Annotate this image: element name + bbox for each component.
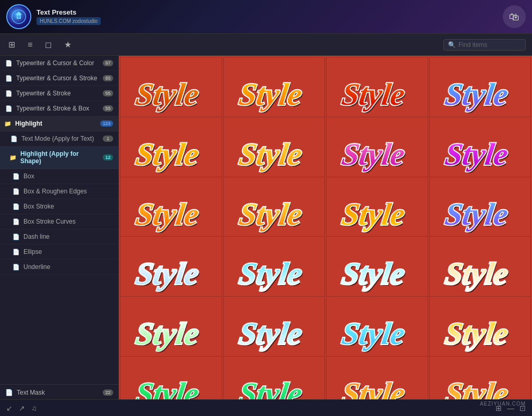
badge: 22 — [103, 389, 113, 396]
footer-icon-music[interactable]: ♫ — [31, 404, 37, 412]
sidebar-label: Typewriter & Cursor & Stroke — [16, 75, 97, 82]
sidebar-label: Box Stroke — [23, 203, 54, 210]
sidebar-label: Typewriter & Stroke & Box — [16, 105, 89, 112]
svg-text:Style: Style — [237, 77, 304, 112]
cart-button[interactable]: 🛍 — [503, 5, 526, 28]
sidebar: 📄 Typewriter & Cursor & Color 97 📄 Typew… — [0, 56, 119, 416]
svg-text:Style: Style — [134, 137, 201, 172]
svg-text:Style: Style — [443, 197, 510, 231]
svg-text:Style: Style — [134, 256, 201, 291]
svg-text:Style: Style — [134, 197, 201, 231]
sidebar-label: Box — [23, 173, 34, 180]
sidebar-label: Box & Roughen Edges — [23, 188, 87, 195]
svg-text:Style: Style — [443, 256, 510, 291]
sidebar-item-box-roughen[interactable]: 📄 Box & Roughen Edges — [0, 184, 118, 199]
sidebar-item-ellipse[interactable]: 📄 Ellipse — [0, 244, 118, 260]
sidebar-label: Box Stroke Curves — [23, 218, 76, 225]
sidebar-item-box-stroke[interactable]: 📄 Box Stroke — [0, 199, 118, 214]
sidebar-item-underline[interactable]: 📄 Underline — [0, 260, 118, 275]
list-icon[interactable]: ≡ — [26, 38, 34, 52]
sidebar-item-highlight-shape[interactable]: 📁 Highlight (Apply for Shape) 12 — [0, 146, 118, 169]
search-input[interactable] — [458, 41, 521, 48]
main-layout: 📄 Typewriter & Cursor & Color 97 📄 Typew… — [0, 56, 532, 416]
svg-text:Style: Style — [340, 137, 407, 172]
sidebar-label: Highlight (Apply for Shape) — [20, 150, 99, 165]
footer-icon-forward[interactable]: ↗ — [19, 404, 25, 412]
search-box: 🔍 — [443, 39, 526, 51]
doc-icon: 📄 — [5, 389, 13, 396]
sidebar-item-typewriter-stroke[interactable]: 📄 Typewriter & Stroke 55 — [0, 86, 118, 101]
svg-point-1 — [17, 15, 20, 18]
svg-text:Style: Style — [134, 77, 201, 112]
style-grid: StyleStyleStyleStyleStyleStyleStyleStyle… — [119, 56, 532, 416]
sidebar-label: Highlight — [15, 120, 42, 127]
folder-icon: 📁 — [9, 154, 17, 161]
badge: 1 — [103, 136, 113, 142]
toolbar: ⊞ ≡ ◻ ★ 🔍 — [0, 34, 532, 56]
svg-text:Style: Style — [443, 137, 510, 172]
badge: 97 — [103, 60, 113, 66]
doc-icon: 📄 — [13, 188, 20, 195]
doc-icon: 📄 — [5, 90, 13, 97]
sidebar-item-box[interactable]: 📄 Box — [0, 169, 118, 184]
doc-icon: 📄 — [13, 218, 20, 225]
sidebar-label: Text Mask — [17, 389, 45, 396]
app-subtitle: HUNLS.COM zodostudio — [37, 17, 101, 25]
footer-bar: ↙ ↗ ♫ ⊞ — ⊡ — [0, 399, 532, 416]
sidebar-label: Dash line — [23, 233, 50, 240]
sidebar-label: Ellipse — [23, 248, 42, 255]
sidebar-label: Text Mode (Apply for Text) — [21, 135, 94, 142]
file-icon[interactable]: ◻ — [43, 38, 54, 52]
sidebar-label: Typewriter & Stroke — [16, 90, 71, 97]
search-icon: 🔍 — [448, 41, 456, 48]
sidebar-item-typewriter-stroke-box[interactable]: 📄 Typewriter & Stroke & Box 55 — [0, 101, 118, 116]
badge: 12 — [103, 154, 113, 161]
doc-icon: 📄 — [13, 234, 20, 240]
svg-text:Style: Style — [443, 316, 510, 351]
header-title-block: Text Presets HUNLS.COM zodostudio — [37, 8, 101, 25]
doc-icon: 📄 — [13, 203, 20, 210]
doc-icon: 📄 — [13, 264, 20, 271]
badge: 55 — [103, 90, 113, 96]
badge: 65 — [103, 75, 113, 81]
sidebar-item-text-mask[interactable]: 📄 Text Mask 22 — [0, 385, 118, 400]
sidebar-label: Underline — [23, 263, 50, 271]
svg-text:Style: Style — [237, 137, 304, 172]
sidebar-item-typewriter-cursor-color[interactable]: 📄 Typewriter & Cursor & Color 97 — [0, 56, 118, 71]
doc-icon: 📄 — [5, 60, 13, 67]
badge: 123 — [100, 120, 113, 127]
footer-icon-back[interactable]: ↙ — [6, 404, 13, 412]
watermark: AEZIYUAN.COM — [480, 401, 526, 407]
sidebar-item-typewriter-cursor-stroke[interactable]: 📄 Typewriter & Cursor & Stroke 65 — [0, 71, 118, 86]
sidebar-item-box-stroke-curves[interactable]: 📄 Box Stroke Curves — [0, 214, 118, 229]
svg-text:Style: Style — [340, 316, 407, 351]
app-logo — [6, 4, 31, 29]
sidebar-label: Typewriter & Cursor & Color — [16, 59, 94, 67]
doc-icon: 📄 — [5, 75, 13, 82]
svg-text:Style: Style — [134, 316, 201, 351]
doc-icon: 📄 — [10, 136, 18, 142]
folder-icon: 📁 — [4, 120, 11, 127]
svg-text:Style: Style — [340, 197, 407, 231]
sidebar-item-highlight[interactable]: 📁 Highlight 123 — [0, 116, 118, 131]
doc-icon: 📄 — [5, 105, 13, 112]
svg-text:Style: Style — [237, 256, 304, 291]
svg-text:Style: Style — [340, 77, 407, 112]
app-title: Text Presets — [37, 8, 101, 16]
svg-text:Style: Style — [237, 316, 304, 351]
doc-icon: 📄 — [13, 173, 20, 180]
svg-text:Style: Style — [443, 77, 510, 112]
sidebar-item-text-mode[interactable]: 📄 Text Mode (Apply for Text) 1 — [0, 131, 118, 146]
header: Text Presets HUNLS.COM zodostudio 🛍 — [0, 0, 532, 34]
filter-icon[interactable]: ⊞ — [6, 38, 17, 52]
badge: 55 — [103, 105, 113, 112]
svg-text:Style: Style — [340, 256, 407, 291]
sidebar-item-dash-line[interactable]: 📄 Dash line — [0, 229, 118, 244]
doc-icon: 📄 — [13, 249, 20, 255]
star-icon[interactable]: ★ — [62, 38, 74, 52]
svg-text:Style: Style — [237, 197, 304, 231]
